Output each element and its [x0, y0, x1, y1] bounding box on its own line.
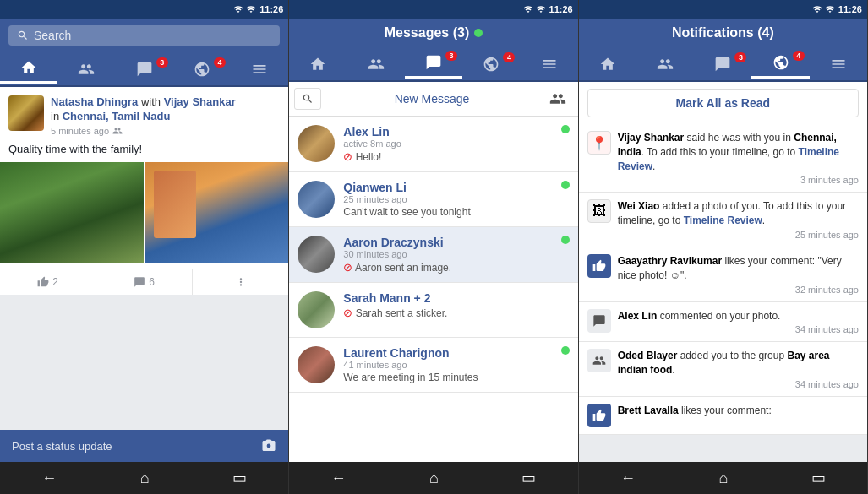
avatar [8, 95, 44, 131]
notif-text-6: Brett Lavalla likes your comment: [618, 404, 859, 418]
message-item-4[interactable]: Sarah Mann + 2 ⊘ Sarah sent a sticker. [289, 283, 577, 338]
nav-bar-left: 3 4 [0, 52, 288, 87]
notif-item-5[interactable]: Oded Blayer added you to the group Bay a… [579, 342, 867, 397]
nav-home-middle[interactable] [289, 51, 347, 78]
like-button[interactable]: 2 [0, 269, 96, 295]
notif-item-1[interactable]: 📍 Vijay Shankar said he was with you in … [579, 124, 867, 193]
nav-friends-right[interactable] [636, 51, 694, 78]
message-item-2[interactable]: Qianwen Li 25 minutes ago Can't wait to … [289, 172, 577, 227]
recent-button-middle[interactable]: ▭ [505, 465, 553, 491]
comment-count: 6 [149, 276, 155, 288]
message-search-button[interactable] [294, 88, 321, 110]
nav-home-left[interactable] [0, 54, 57, 84]
notif-text-1: Vijay Shankar said he was with you in Ch… [618, 131, 859, 173]
message-item-5[interactable]: Laurent Charignon 41 minutes ago We are … [289, 338, 577, 393]
signal-icon [246, 4, 256, 14]
online-dot-3 [561, 236, 570, 244]
globe-icon-right [772, 54, 789, 71]
recent-button-left[interactable]: ▭ [216, 465, 264, 491]
left-panel: 11:26 Search 3 4 [0, 0, 289, 494]
like-icon-notif [592, 259, 606, 273]
home-icon-mid [309, 56, 326, 73]
search-box[interactable]: Search [8, 25, 280, 46]
msg-time-2: 25 minutes ago [343, 194, 552, 204]
post-images [0, 162, 288, 263]
nav-home-right[interactable] [579, 51, 636, 78]
msg-avatar-2 [298, 181, 335, 218]
home-icon [20, 59, 37, 76]
wifi-icon-right [812, 4, 822, 14]
like-icon [37, 276, 49, 288]
post-image-right [145, 162, 289, 263]
notif-body-4: Alex Lin commented on your photo. 34 min… [618, 309, 859, 335]
notif-icon-location: 📍 [587, 131, 611, 155]
time-right: 11:26 [838, 4, 862, 14]
home-button-left[interactable]: ⌂ [123, 466, 167, 491]
notif-item-3[interactable]: Gaayathry Ravikumar likes your comment: … [579, 247, 867, 302]
back-button-left[interactable]: ← [25, 466, 74, 491]
post-card: Natasha Dhingra with Vijay Shankar in Ch… [0, 87, 288, 295]
notif-text-4: Alex Lin commented on your photo. [618, 309, 859, 323]
nav-globe-right[interactable]: 4 [751, 49, 809, 79]
nav-messages-left[interactable]: 3 [116, 56, 173, 83]
msg-status-5 [561, 346, 570, 355]
nav-messages-middle[interactable]: 3 [405, 49, 462, 79]
globe-badge-middle: 4 [503, 52, 515, 62]
comment-button[interactable]: 6 [96, 269, 193, 295]
audience-icon [112, 126, 123, 136]
msg-name-3: Aaron Draczynski [343, 236, 552, 249]
notif-time-2: 25 minutes ago [618, 230, 859, 240]
people-icon-mid [368, 56, 385, 73]
nav-friends-middle[interactable] [347, 51, 405, 78]
nav-menu-middle[interactable] [520, 51, 577, 78]
notif-item-6[interactable]: Brett Lavalla likes your comment: [579, 397, 867, 435]
notif-icon-group [587, 349, 611, 372]
time-text: 5 minutes ago [51, 126, 109, 136]
people-icon-right [657, 56, 674, 73]
notif-text-5: Oded Blayer added you to the group Bay a… [618, 349, 859, 377]
msg-preview-3: ⊘ Aaron sent an image. [343, 261, 552, 274]
nav-menu-left[interactable] [231, 56, 288, 83]
group-message-button[interactable] [543, 87, 573, 111]
globe-badge-left: 4 [214, 57, 226, 68]
error-icon-3: ⊘ [343, 261, 352, 274]
status-icons-middle [523, 4, 546, 14]
home-button-right[interactable]: ⌂ [701, 466, 745, 491]
notifications-header: Notifications (4) [579, 19, 867, 47]
msg-avatar-5 [298, 346, 335, 383]
messages-badge-middle: 3 [445, 51, 457, 61]
recent-button-right[interactable]: ▭ [794, 465, 843, 491]
author-with: with [141, 95, 164, 108]
nav-friends-left[interactable] [57, 56, 115, 83]
like-icon-notif-2 [592, 409, 606, 422]
msg-avatar-1 [298, 125, 335, 162]
notif-time-1: 3 minutes ago [618, 175, 859, 185]
people-icon [78, 61, 95, 78]
time-left: 11:26 [259, 4, 283, 14]
back-button-right[interactable]: ← [603, 466, 652, 491]
home-button-middle[interactable]: ⌂ [412, 466, 456, 491]
message-item-3[interactable]: Aaron Draczynski 30 minutes ago ⊘ Aaron … [289, 227, 577, 283]
feed-content: Natasha Dhingra with Vijay Shankar in Ch… [0, 87, 288, 430]
back-button-middle[interactable]: ← [314, 466, 363, 491]
nav-menu-right[interactable] [810, 51, 867, 78]
globe-icon-mid [483, 56, 500, 73]
right-panel: 11:26 Notifications (4) 3 4 Mark All as … [579, 0, 868, 494]
message-item-1[interactable]: Alex Lin active 8m ago ⊘ Hello! [289, 117, 577, 172]
nav-globe-middle[interactable]: 4 [462, 51, 520, 78]
nav-messages-right[interactable]: 3 [694, 51, 751, 78]
more-button[interactable] [193, 269, 288, 295]
globe-badge-right: 4 [793, 51, 805, 61]
notif-item-2[interactable]: 🖼 Wei Xiao added a photo of you. To add … [579, 193, 867, 247]
status-post-bar[interactable]: Post a status update [0, 430, 288, 462]
new-message-button[interactable]: New Message [325, 89, 538, 109]
msg-info-1: Alex Lin active 8m ago ⊘ Hello! [343, 125, 552, 163]
notif-item-4[interactable]: Alex Lin commented on your photo. 34 min… [579, 302, 867, 343]
mark-all-read-button[interactable]: Mark All as Read [587, 89, 859, 117]
notif-body-6: Brett Lavalla likes your comment: [618, 404, 859, 418]
search-label: Search [34, 29, 71, 42]
nav-globe-left[interactable]: 4 [173, 56, 231, 83]
chat-icon-right [714, 56, 731, 73]
msg-time-5: 41 minutes ago [343, 360, 552, 370]
status-icons-left [233, 4, 256, 14]
